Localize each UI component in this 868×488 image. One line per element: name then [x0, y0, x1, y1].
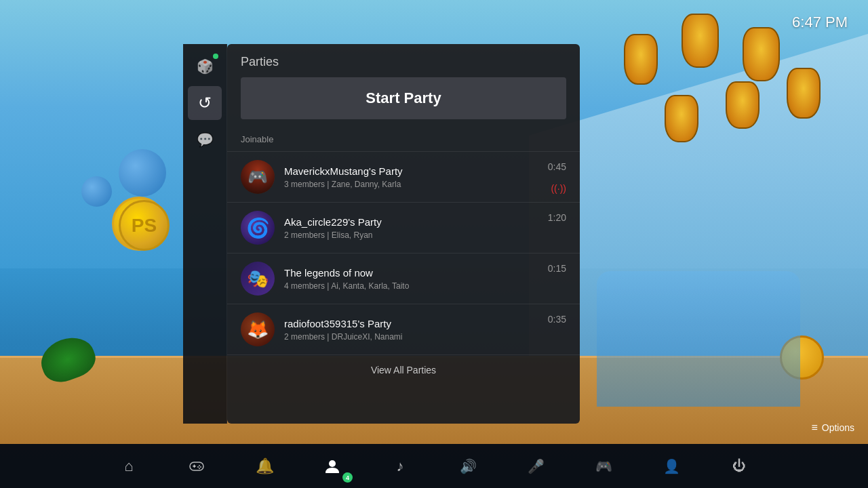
party-item-aka[interactable]: Aka_circle229's Party 2 members | Elisa,…	[227, 202, 580, 253]
party-avatar-radio	[241, 312, 275, 346]
taskbar-gamepad[interactable]	[163, 444, 231, 488]
party-info-maverick: MaverickxMustang's Party 3 members | Zan…	[284, 165, 566, 189]
svg-point-7	[329, 460, 336, 467]
friends-badge: 4	[342, 472, 353, 483]
gamepad-icon	[188, 459, 205, 474]
water	[597, 271, 800, 407]
taskbar-volume[interactable]: 🔊	[434, 444, 502, 488]
taskbar-friends[interactable]: 4	[298, 444, 366, 488]
avatar-icon: 👤	[663, 458, 680, 474]
clock: 6:47 PM	[792, 14, 848, 31]
party-item-radio[interactable]: radiofoot359315's Party 2 members | DRJu…	[227, 304, 580, 354]
party-time-legends: 0:15	[548, 263, 566, 274]
party-members-legends: 4 members | Ai, Kanta, Karla, Taito	[284, 281, 566, 291]
joinable-label: Joinable	[227, 130, 580, 151]
party-members-maverick: 3 members | Zane, Danny, Karla	[284, 180, 566, 189]
lantern-3	[624, 34, 658, 85]
lantern-4	[787, 68, 821, 119]
party-time-aka: 1:20	[548, 212, 566, 223]
ball-1	[119, 149, 166, 197]
party-info-legends: The legends of now 4 members | Ai, Kanta…	[284, 267, 566, 291]
volume-icon: 🔊	[460, 458, 477, 474]
party-name-maverick: MaverickxMustang's Party	[284, 165, 566, 177]
taskbar-home[interactable]: ⌂	[95, 444, 163, 488]
party-avatar-aka	[241, 211, 275, 245]
music-icon: ♪	[397, 458, 404, 475]
svg-point-5	[197, 466, 199, 468]
svg-point-6	[199, 468, 200, 469]
sidebar-item-chat[interactable]: 💬	[188, 123, 222, 157]
party-info-radio: radiofoot359315's Party 2 members | DRJu…	[284, 318, 566, 342]
ps-coin: PS	[119, 200, 170, 251]
start-party-button[interactable]: Start Party	[241, 77, 566, 119]
chat-icon: 💬	[197, 131, 214, 148]
party-name-legends: The legends of now	[284, 267, 566, 279]
ball-2	[81, 176, 112, 207]
panel-title: Parties	[227, 44, 580, 77]
power-icon: ⏻	[732, 458, 746, 474]
live-icon-maverick: ((·))	[551, 183, 566, 194]
options-button[interactable]: ≡ Options	[811, 422, 854, 434]
taskbar-power[interactable]: ⏻	[705, 444, 773, 488]
lantern-5	[726, 81, 760, 129]
taskbar-bell[interactable]: 🔔	[231, 444, 298, 488]
party-members-radio: 2 members | DRJuiceXI, Nanami	[284, 332, 566, 342]
svg-point-3	[199, 465, 200, 466]
parties-sidebar-icon: 🎲	[197, 58, 214, 75]
parties-panel: Parties Start Party Joinable MaverickxMu…	[227, 44, 580, 424]
sidebar-item-parties[interactable]: 🎲	[188, 49, 222, 83]
sidebar-item-refresh[interactable]: ↺	[188, 86, 222, 120]
lantern-1	[743, 27, 780, 81]
party-item-maverick[interactable]: MaverickxMustang's Party 3 members | Zan…	[227, 151, 580, 202]
lantern-2	[682, 14, 719, 68]
party-item-legends[interactable]: The legends of now 4 members | Ai, Kanta…	[227, 253, 580, 304]
taskbar: ⌂ 🔔 4 ♪ 🔊 🎤 🎮	[0, 444, 868, 488]
taskbar-avatar[interactable]: 👤	[637, 444, 705, 488]
options-label: Options	[822, 422, 854, 433]
online-dot	[213, 54, 218, 59]
party-time-radio: 0:35	[548, 314, 566, 325]
party-members-aka: 2 members | Elisa, Ryan	[284, 230, 566, 240]
party-avatar-legends	[241, 262, 275, 296]
view-all-parties[interactable]: View All Parties	[227, 354, 580, 385]
taskbar-mic[interactable]: 🎤	[502, 444, 570, 488]
party-avatar-maverick	[241, 160, 275, 194]
party-name-radio: radiofoot359315's Party	[284, 318, 566, 329]
taskbar-music[interactable]: ♪	[366, 444, 434, 488]
mic-icon: 🎤	[528, 458, 545, 474]
taskbar-trophy[interactable]: 🎮	[570, 444, 637, 488]
svg-rect-0	[190, 462, 203, 470]
svg-point-4	[200, 466, 201, 468]
sidebar: 🎲 ↺ 💬	[183, 44, 227, 424]
friends-icon	[323, 458, 342, 474]
party-name-aka: Aka_circle229's Party	[284, 216, 566, 228]
svg-rect-2	[194, 464, 195, 468]
home-icon: ⌂	[124, 458, 133, 475]
lantern-6	[665, 95, 698, 142]
party-info-aka: Aka_circle229's Party 2 members | Elisa,…	[284, 216, 566, 240]
trophy-icon: 🎮	[595, 458, 612, 474]
options-icon: ≡	[811, 422, 817, 434]
refresh-icon: ↺	[198, 94, 212, 113]
party-time-maverick: 0:45	[548, 161, 566, 172]
bell-icon: 🔔	[256, 458, 274, 475]
